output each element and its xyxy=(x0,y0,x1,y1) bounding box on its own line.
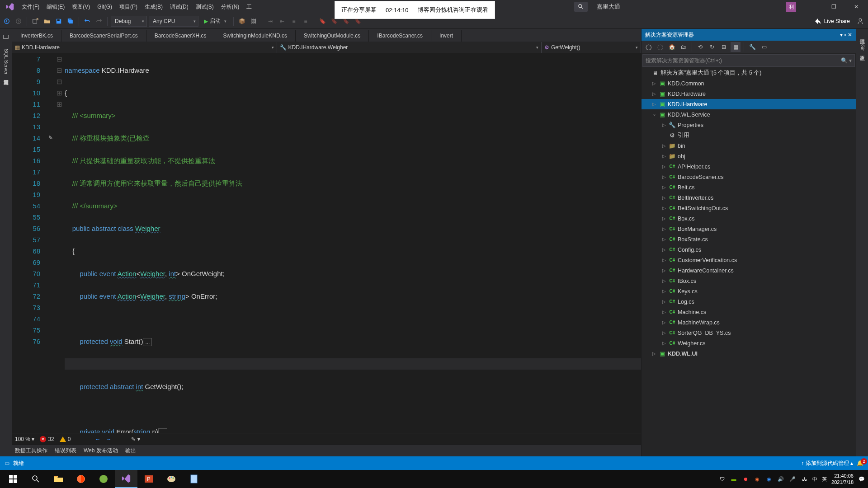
tree-folder[interactable]: ▷🔧Properties xyxy=(642,120,856,130)
task-visualstudio-icon[interactable] xyxy=(115,470,137,488)
config-combo[interactable]: Debug xyxy=(111,16,147,27)
tree-file[interactable]: ▷C#BoxState.cs xyxy=(642,234,856,244)
nav-back-icon[interactable] xyxy=(2,16,12,26)
feedback-icon[interactable] xyxy=(855,16,865,26)
panel-dropdown-icon[interactable]: ▾ xyxy=(840,32,843,38)
tree-file[interactable]: ▷C#BarcodeScaner.cs xyxy=(642,172,856,182)
tray-ime1[interactable]: 中 xyxy=(812,476,817,483)
tree-file[interactable]: ▷C#Config.cs xyxy=(642,244,856,255)
task-firefox-icon[interactable] xyxy=(70,470,92,488)
tree-file[interactable]: ▷C#Box.cs xyxy=(642,213,856,224)
search-button[interactable] xyxy=(24,470,47,488)
left-tab-sqlserver[interactable]: SQL Server 对象资源管理器 xyxy=(3,49,9,76)
tree-file[interactable]: ▷C#APIHelper.cs xyxy=(642,161,856,172)
panel-properties-icon[interactable]: 🔧 xyxy=(747,42,757,52)
bottom-tab[interactable]: Web 发布活动 xyxy=(84,447,118,455)
tray-icon[interactable]: ▬ xyxy=(730,475,737,483)
panel-search-input[interactable]: 搜索解决方案资源管理器(Ctrl+;) 🔍 ▾ xyxy=(642,54,855,67)
menu-view[interactable]: 视图(V) xyxy=(68,1,94,13)
task-paint-icon[interactable] xyxy=(160,470,183,488)
code-content[interactable]: namespace KDD.IHardware { /// <summary> … xyxy=(65,53,641,433)
source-control-button[interactable]: ↑ 添加到源代码管理 ▴ xyxy=(801,460,853,467)
zoom-level[interactable]: 100 % ▾ xyxy=(15,436,34,442)
panel-close-icon[interactable]: ✕ xyxy=(848,32,852,38)
file-tab[interactable]: BarcodeScanerSerialPort.cs xyxy=(61,30,146,42)
tree-file[interactable]: ▷C#CustomerVerification.cs xyxy=(642,255,856,265)
live-share-button[interactable]: Live Share xyxy=(814,18,850,25)
tb-icon-4[interactable]: ⇤ xyxy=(277,16,287,26)
task-powerpoint-icon[interactable]: P xyxy=(137,470,160,488)
panel-pin-icon[interactable]: ▫ xyxy=(844,32,846,38)
tree-file[interactable]: ▷C#Keys.cs xyxy=(642,286,856,296)
tb-icon-2[interactable]: 🖼 xyxy=(249,16,259,26)
open-icon[interactable] xyxy=(42,16,52,26)
tray-mic-icon[interactable]: 🎤 xyxy=(789,475,796,483)
tb-icon-6[interactable]: ≡ xyxy=(301,16,311,26)
project-node-selected[interactable]: ▷▣KDD.IHardware xyxy=(642,99,856,109)
panel-home-icon[interactable]: 🏠 xyxy=(667,42,677,52)
menu-tools[interactable]: 工 xyxy=(243,1,255,13)
menu-git[interactable]: Git(G) xyxy=(94,2,116,12)
fold-gutter[interactable]: ⊟ ⊟ ⊟ ⊞ ⊞ xyxy=(57,53,65,433)
project-node[interactable]: ▷▣KDD.Common xyxy=(642,78,856,89)
project-node[interactable]: ▷▣KDD.WL.UI xyxy=(642,348,856,359)
menu-analyze[interactable]: 分析(N) xyxy=(217,1,243,13)
menu-build[interactable]: 生成(B) xyxy=(141,1,166,13)
new-project-icon[interactable] xyxy=(30,16,40,26)
panel-collapse-icon[interactable]: ⊟ xyxy=(719,42,729,52)
tree-file[interactable]: ▷C#MachineWrap.cs xyxy=(642,317,856,328)
tree-file[interactable]: ▷C#Machine.cs xyxy=(642,307,856,317)
menu-project[interactable]: 项目(P) xyxy=(116,1,141,13)
tree-file[interactable]: ▷C#BeltSwitchingOut.cs xyxy=(642,203,856,213)
panel-fwd-icon[interactable]: ◯ xyxy=(655,42,665,52)
menu-debug[interactable]: 调试(D) xyxy=(166,1,192,13)
tray-notifications-icon[interactable]: 💬 xyxy=(858,475,865,483)
file-tab[interactable]: BarcodeScanerXH.cs xyxy=(146,30,215,42)
panel-preview-icon[interactable]: ▭ xyxy=(759,42,769,52)
panel-title-bar[interactable]: 解决方案资源管理器 ▾ ▫ ✕ xyxy=(642,29,856,41)
redo-icon[interactable] xyxy=(94,16,104,26)
notifications-button[interactable]: 🔔2 xyxy=(857,460,863,466)
tray-icon[interactable]: 🛡 xyxy=(718,475,726,483)
panel-refresh-icon[interactable]: ↻ xyxy=(707,42,717,52)
tray-ime2[interactable]: 英 xyxy=(822,476,827,483)
bookmark-icon[interactable]: 🔖 xyxy=(317,16,327,26)
menu-test[interactable]: 测试(S) xyxy=(192,1,217,13)
nav-prev-icon[interactable]: ← xyxy=(95,436,100,442)
file-tab[interactable]: IBarcodeScaner.cs xyxy=(369,30,431,42)
bottom-tab[interactable]: 错误列表 xyxy=(55,447,76,455)
maximize-button[interactable]: ❐ xyxy=(824,0,844,13)
toolbox-icon[interactable] xyxy=(1,32,11,42)
tree-file[interactable]: ▷C#BeltInverter.cs xyxy=(642,192,856,203)
tree-folder[interactable]: ⚙引用 xyxy=(642,130,856,141)
tree-file[interactable]: ▷C#Belt.cs xyxy=(642,182,856,192)
nav-type-combo[interactable]: 🔧KDD.IHardware.Weigher xyxy=(277,42,542,53)
undo-icon[interactable] xyxy=(82,16,92,26)
save-all-icon[interactable] xyxy=(66,16,75,26)
task-explorer-icon[interactable] xyxy=(47,470,70,488)
tb-icon-5[interactable]: ≡ xyxy=(289,16,299,26)
tree-folder[interactable]: ▷📁obj xyxy=(642,151,856,161)
nav-project-combo[interactable]: ▦KDD.IHardware xyxy=(12,42,277,53)
file-tab[interactable]: Invert xyxy=(431,30,462,42)
project-node[interactable]: ▿▣KDD.WL.Service xyxy=(642,109,856,120)
tree-file[interactable]: ▷C#HardwareContainer.cs xyxy=(642,265,856,276)
start-button[interactable] xyxy=(2,470,24,488)
brush-icon[interactable]: ✎ ▾ xyxy=(131,436,140,442)
tray-icon[interactable]: ◉ xyxy=(765,475,773,483)
error-count[interactable]: 32 xyxy=(48,436,54,442)
tray-icon[interactable]: ◉ xyxy=(754,475,761,483)
title-search-button[interactable] xyxy=(574,2,588,12)
panel-sync-icon[interactable]: ⟲ xyxy=(695,42,705,52)
task-app1-icon[interactable] xyxy=(92,470,115,488)
close-button[interactable]: ✕ xyxy=(846,0,866,13)
project-node[interactable]: ▷▣KDD.Hardware xyxy=(642,89,856,99)
start-debug-button[interactable]: ▶启动▾ xyxy=(200,16,230,27)
bottom-tab[interactable]: 数据工具操作 xyxy=(15,447,47,455)
platform-combo[interactable]: Any CPU xyxy=(149,16,198,27)
tray-icon[interactable]: ⏺ xyxy=(742,475,749,483)
tree-file[interactable]: ▷C#IBox.cs xyxy=(642,276,856,286)
panel-showall-icon[interactable]: ▦ xyxy=(731,42,741,52)
right-tab-git[interactable]: Git 更改 xyxy=(859,44,866,52)
warning-count[interactable]: 0 xyxy=(68,436,71,442)
